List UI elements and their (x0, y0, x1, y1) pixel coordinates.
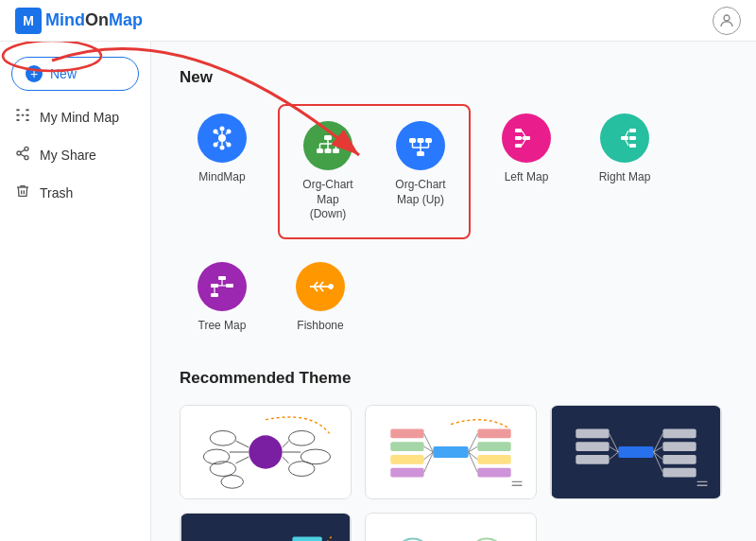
map-type-grid-row2: Tree Map Fishbone (180, 253, 728, 343)
svg-rect-108 (618, 446, 653, 458)
svg-point-71 (329, 285, 333, 288)
svg-point-13 (218, 134, 226, 142)
logo-icon: M (15, 8, 42, 34)
svg-line-19 (215, 142, 218, 145)
right-map-label: Right Map (599, 170, 651, 185)
header: M MindOnMap (0, 0, 756, 42)
svg-rect-54 (629, 144, 636, 148)
sidebar-item-my-share[interactable]: My Share (0, 136, 150, 174)
org-up-label: Org-Chart Map (Up) (387, 178, 454, 207)
theme-card-3[interactable] (550, 405, 722, 499)
svg-rect-137 (367, 514, 535, 541)
svg-point-73 (249, 436, 282, 469)
svg-rect-38 (425, 138, 432, 143)
tree-map-circle-icon (198, 262, 247, 311)
svg-rect-6 (26, 119, 28, 121)
svg-rect-113 (576, 429, 609, 439)
theme-card-2[interactable] (365, 405, 537, 499)
svg-rect-125 (181, 514, 350, 541)
svg-line-11 (21, 154, 26, 157)
svg-rect-26 (324, 135, 332, 140)
svg-rect-129 (292, 537, 321, 541)
map-item-mindmap[interactable]: MindMap (180, 104, 265, 239)
svg-rect-93 (390, 429, 423, 439)
svg-rect-88 (433, 446, 468, 458)
mindmap-label: MindMap (198, 170, 245, 185)
svg-rect-2 (16, 114, 19, 116)
map-item-org-down[interactable]: Org-Chart Map(Down) (285, 112, 370, 232)
svg-rect-37 (418, 138, 424, 143)
svg-rect-53 (629, 136, 636, 140)
mindmap-circle-icon (198, 113, 247, 163)
svg-rect-3 (16, 119, 19, 121)
svg-rect-4 (26, 109, 28, 111)
svg-point-10 (25, 156, 28, 160)
right-map-circle-icon (600, 113, 649, 163)
map-item-org-up[interactable]: Org-Chart Map (Up) (378, 112, 463, 232)
sidebar-item-label: My Mind Map (40, 110, 119, 125)
svg-point-22 (220, 127, 225, 131)
svg-rect-111 (662, 455, 696, 464)
trash-icon (15, 183, 30, 202)
logo-text: MindOnMap (45, 10, 143, 30)
svg-rect-29 (333, 148, 339, 153)
map-item-right-map[interactable]: Right Map (582, 104, 667, 239)
svg-point-24 (220, 146, 225, 150)
svg-rect-60 (211, 293, 218, 297)
svg-point-9 (17, 151, 21, 155)
svg-rect-58 (218, 276, 226, 280)
highlight-group: Org-Chart Map(Down) (278, 104, 471, 239)
svg-rect-92 (477, 468, 510, 478)
svg-rect-36 (409, 138, 416, 143)
svg-rect-115 (576, 455, 609, 464)
svg-rect-95 (390, 455, 423, 464)
svg-point-8 (25, 147, 28, 150)
user-avatar-icon[interactable] (713, 7, 741, 35)
org-up-circle-icon (396, 121, 445, 170)
svg-rect-90 (477, 443, 510, 452)
map-item-left-map[interactable]: Left Map (484, 104, 569, 239)
mindmap-icon (15, 108, 30, 127)
svg-rect-52 (629, 129, 636, 132)
map-item-tree-map[interactable]: Tree Map (180, 253, 265, 343)
theme-card-1[interactable] (180, 405, 352, 499)
share-icon (15, 146, 30, 165)
map-item-fishbone[interactable]: Fishbone (278, 253, 363, 343)
svg-rect-112 (662, 468, 696, 478)
theme-card-5[interactable] (365, 513, 537, 541)
sidebar-item-my-mind-map[interactable]: My Mind Map (0, 98, 150, 136)
new-label: New (50, 66, 77, 81)
fishbone-label: Fishbone (297, 319, 343, 334)
svg-rect-114 (576, 443, 609, 452)
map-type-grid: MindMap (180, 104, 728, 239)
sidebar-item-trash[interactable]: Trash (0, 174, 150, 212)
main-content: New (151, 42, 756, 541)
svg-rect-91 (477, 455, 510, 464)
svg-rect-89 (477, 429, 510, 439)
svg-line-12 (21, 149, 26, 152)
svg-line-15 (215, 131, 218, 134)
org-down-circle-icon (303, 121, 352, 170)
sidebar-item-label: My Share (40, 148, 96, 163)
svg-rect-45 (515, 129, 522, 132)
left-map-circle-icon (502, 113, 551, 163)
org-down-label: Org-Chart Map(Down) (295, 178, 361, 222)
theme-card-4[interactable] (180, 513, 352, 541)
svg-line-21 (226, 142, 229, 145)
svg-rect-96 (390, 468, 423, 478)
svg-rect-46 (515, 136, 522, 140)
tree-map-label: Tree Map (198, 319, 247, 334)
svg-rect-35 (417, 151, 424, 156)
svg-rect-110 (662, 443, 696, 452)
svg-line-17 (226, 131, 229, 134)
svg-rect-1 (16, 109, 19, 111)
theme-section-title: Recommended Theme (180, 369, 728, 388)
svg-point-0 (724, 15, 730, 21)
logo: M MindOnMap (15, 8, 143, 34)
svg-rect-47 (515, 144, 522, 148)
plus-icon: + (26, 65, 43, 82)
svg-rect-7 (22, 114, 25, 116)
sidebar: + New My Mind Map My Share Trash (0, 42, 151, 541)
svg-rect-27 (317, 148, 323, 153)
new-button[interactable]: + New (11, 57, 139, 91)
